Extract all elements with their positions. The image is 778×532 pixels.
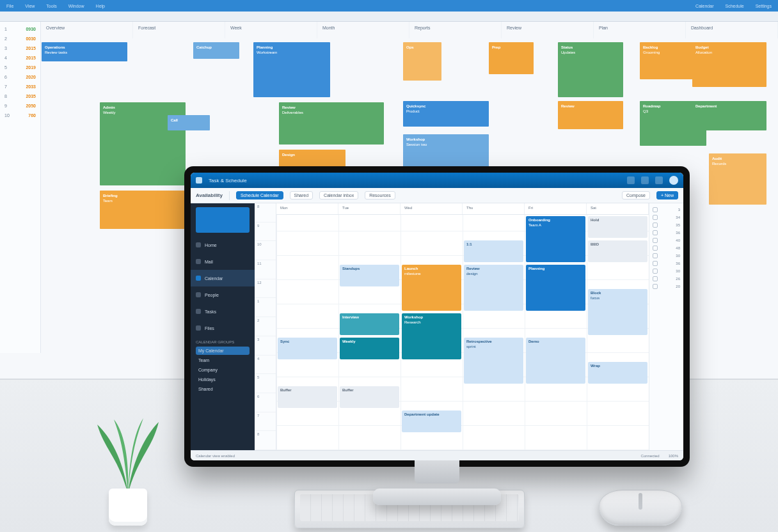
calendar-event[interactable]: Buffer: [340, 386, 399, 408]
calendar-event[interactable]: Wrap: [588, 362, 647, 384]
bg-menu-item[interactable]: Settings: [756, 4, 772, 8]
day-header[interactable]: Tue: [338, 203, 401, 214]
view-chip-resources[interactable]: Resources: [365, 191, 395, 199]
bg-menu-item[interactable]: Help: [96, 4, 105, 8]
share-icon[interactable]: [627, 176, 635, 184]
day-header[interactable]: Sat: [587, 203, 649, 214]
bg-event-block[interactable]: Ops: [403, 42, 441, 81]
sidebar-nav-calendar[interactable]: Calendar: [191, 270, 255, 286]
rail-row[interactable]: 36: [653, 230, 680, 235]
calendar-event[interactable]: Weekly: [340, 338, 399, 359]
rail-row[interactable]: 30: [653, 269, 680, 274]
rail-row[interactable]: 3: [653, 207, 680, 212]
calendar-event[interactable]: OnboardingTeam A: [526, 216, 585, 262]
calendar-event[interactable]: BBD: [588, 240, 647, 262]
rail-row[interactable]: 40: [653, 238, 680, 243]
compose-button[interactable]: Compose: [622, 191, 650, 199]
sidebar-nav-home[interactable]: Home: [191, 237, 255, 253]
bg-day-header: Review: [502, 22, 594, 38]
nav-icon: [196, 242, 201, 247]
calendar-event[interactable]: 1:1: [464, 240, 523, 262]
calendar-event[interactable]: WorkshopResearch: [402, 313, 461, 359]
user-avatar[interactable]: [669, 176, 678, 185]
calendar-event[interactable]: Blockfocus: [588, 289, 647, 335]
day-header[interactable]: Thu: [463, 203, 525, 214]
calendar-event[interactable]: Interview: [340, 313, 399, 335]
sidebar-nav-tasks[interactable]: Tasks: [191, 303, 255, 320]
bg-event-block[interactable]: ReviewDeliverables: [279, 102, 384, 145]
calendar-toggle[interactable]: My Calendar: [196, 347, 250, 355]
checkbox-icon[interactable]: [653, 238, 658, 243]
day-header[interactable]: Mon: [276, 203, 338, 214]
bg-menu-item[interactable]: Calendar: [695, 4, 713, 8]
calendar-toggle[interactable]: Company: [196, 366, 250, 374]
checkbox-icon[interactable]: [653, 230, 658, 235]
bg-event-block[interactable]: AuditRecords: [709, 153, 766, 205]
bg-event-block[interactable]: BriefingTeam: [100, 191, 186, 229]
bg-event-block[interactable]: PlanningWorkstream: [253, 42, 330, 97]
rail-row[interactable]: 20: [653, 284, 680, 289]
checkbox-icon[interactable]: [653, 253, 658, 258]
new-event-button[interactable]: + New: [656, 191, 678, 199]
checkbox-icon[interactable]: [653, 215, 658, 220]
bg-menu-item[interactable]: Window: [68, 4, 84, 8]
bg-menu-item[interactable]: View: [25, 4, 35, 8]
calendar-event[interactable]: Planning: [526, 265, 585, 311]
day-header[interactable]: Fri: [525, 203, 587, 214]
bg-time-row: 10760: [3, 112, 38, 119]
calendar-toggle[interactable]: Holidays: [196, 375, 250, 384]
bg-event-block[interactable]: QuicksyncProduct: [403, 101, 489, 127]
bg-menu-item[interactable]: Tools: [46, 4, 56, 8]
calendar-event[interactable]: Sync: [278, 338, 337, 359]
bg-event-block[interactable]: Review: [558, 101, 623, 129]
bg-menu-item[interactable]: File: [6, 4, 13, 8]
rail-row[interactable]: 48: [653, 246, 680, 251]
bg-event-block[interactable]: Catchup: [193, 42, 239, 59]
view-chip-schedule[interactable]: Schedule Calendar: [236, 191, 283, 199]
calendar-event[interactable]: Reviewdesign: [464, 265, 523, 311]
rail-row[interactable]: 26: [653, 276, 680, 281]
calendar-grid[interactable]: OnboardingTeam AHoldBBDStandupsLaunchmil…: [276, 215, 649, 450]
checkbox-icon[interactable]: [653, 284, 658, 289]
rail-row[interactable]: 35: [653, 223, 680, 228]
bg-time-row: 72033: [3, 83, 38, 90]
calendar-event[interactable]: Hold: [588, 216, 647, 238]
bg-event-block[interactable]: Call: [168, 115, 210, 130]
sidebar-nav-people[interactable]: People: [191, 286, 255, 303]
bg-menu-item[interactable]: Schedule: [726, 4, 744, 8]
calendar-event[interactable]: Retrospectivesprint: [464, 338, 523, 384]
calendar-toggle[interactable]: Shared: [196, 385, 250, 393]
checkbox-icon[interactable]: [653, 207, 658, 212]
checkbox-icon[interactable]: [653, 246, 658, 251]
calendar-event[interactable]: Demo: [526, 338, 585, 384]
more-icon[interactable]: [655, 176, 663, 184]
rail-row[interactable]: 34: [653, 215, 680, 220]
day-header[interactable]: Wed: [401, 203, 463, 214]
bg-event-block[interactable]: StatusUpdates: [558, 42, 623, 97]
rail-row[interactable]: 36: [653, 261, 680, 266]
mini-month-thumb[interactable]: [196, 207, 250, 233]
calendar-toggle[interactable]: Team: [196, 356, 250, 364]
calendar-event[interactable]: Launchmilestone: [402, 265, 461, 311]
hour-label: 6: [255, 393, 276, 412]
checkbox-icon[interactable]: [653, 276, 658, 281]
calendar-event[interactable]: Department update: [402, 411, 461, 432]
rail-row[interactable]: 30: [653, 253, 680, 258]
checkbox-icon[interactable]: [653, 269, 658, 274]
bg-event-block[interactable]: BacklogGrooming: [640, 42, 697, 79]
sidebar-nav-files[interactable]: Files: [191, 320, 255, 336]
bg-event-block[interactable]: BudgetAllocation: [692, 42, 766, 87]
view-chip-shared[interactable]: Shared: [290, 191, 314, 199]
calendar-event[interactable]: Buffer: [278, 386, 337, 408]
bg-event-block[interactable]: Prep: [489, 42, 534, 74]
view-chip-inbox[interactable]: Calendar inbox: [319, 191, 358, 199]
checkbox-icon[interactable]: [653, 261, 658, 266]
sidebar-nav-mail[interactable]: Mail: [191, 253, 255, 270]
bg-time-row: 82035: [3, 93, 38, 100]
checkbox-icon[interactable]: [653, 223, 658, 228]
app-title: Task & Schedule: [209, 178, 247, 184]
bg-event-block[interactable]: Department: [692, 101, 766, 130]
calendar-event[interactable]: Standups: [340, 265, 399, 286]
bg-event-block[interactable]: OperationsReview tasks: [42, 42, 127, 61]
rules-icon[interactable]: [641, 176, 649, 184]
